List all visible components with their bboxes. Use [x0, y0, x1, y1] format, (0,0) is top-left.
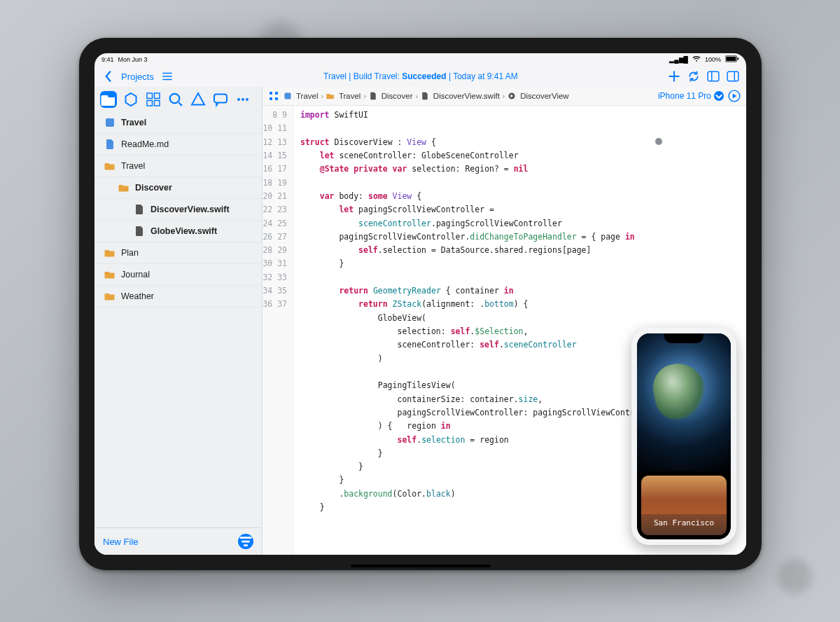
tree-item-label: GlobeView.swift — [150, 226, 217, 236]
toolbar: Projects Travel | Build Travel: Succeede… — [94, 66, 746, 87]
navigator-tabs — [94, 87, 262, 112]
chevron-down-icon — [714, 91, 724, 101]
more-nav-icon[interactable] — [234, 91, 251, 108]
chevron-right-icon: › — [503, 92, 505, 100]
search-nav-icon[interactable] — [167, 91, 184, 108]
tree-item-label: DiscoverView.swift — [150, 205, 230, 214]
svg-rect-19 — [270, 92, 272, 95]
device-label: iPhone 11 Pro — [658, 91, 711, 101]
breadcrumb-segment[interactable]: DiscoverView.swift — [421, 92, 500, 100]
breadcrumb-label: DiscoverView.swift — [433, 92, 500, 100]
tree-item-label: Travel — [121, 161, 145, 171]
tree-item-label: Discover — [135, 183, 172, 193]
folder-icon — [104, 291, 115, 302]
tree-item-journal[interactable]: Journal — [94, 264, 262, 286]
breadcrumb-icon — [421, 92, 429, 100]
file-md-icon — [104, 139, 115, 150]
tree-item-discover[interactable]: Discover — [94, 177, 262, 199]
breadcrumbs[interactable]: Travel›Travel›Discover›DiscoverView.swif… — [284, 92, 654, 100]
breadcrumb-segment[interactable]: Travel — [326, 92, 361, 100]
breadcrumb-segment[interactable]: Discover — [369, 92, 413, 100]
svg-rect-9 — [155, 93, 160, 99]
svg-line-13 — [179, 103, 183, 106]
refresh-icon[interactable] — [687, 70, 700, 83]
breadcrumb-label: Travel — [296, 92, 318, 100]
sidebar-footer: New File — [94, 527, 262, 555]
issues-nav-icon[interactable] — [190, 91, 206, 108]
navigator-sidebar: Travel ReadMe.mdTravelDiscoverDiscoverVi… — [94, 87, 262, 555]
plus-icon[interactable] — [668, 70, 680, 83]
breadcrumb-segment[interactable]: DiscoverView — [507, 92, 568, 100]
svg-rect-20 — [275, 92, 278, 95]
svg-rect-22 — [275, 97, 278, 100]
editor: Travel›Travel›Discover›DiscoverView.swif… — [262, 87, 746, 555]
file-swift-icon — [134, 226, 145, 237]
breadcrumb-icon — [507, 92, 516, 100]
breadcrumb-icon — [284, 92, 292, 100]
breadcrumb-icon — [369, 92, 377, 100]
svg-rect-1 — [726, 57, 736, 61]
folder-icon — [104, 160, 115, 172]
tree-root-label: Travel — [121, 118, 146, 127]
chat-nav-icon[interactable] — [212, 91, 229, 108]
code-area[interactable]: 8 9 10 11 12 13 14 15 16 17 18 19 20 21 … — [262, 106, 746, 555]
folder-icon — [104, 269, 115, 280]
status-time: 9:41 — [102, 56, 114, 63]
tree-item-label: Plan — [121, 248, 139, 258]
svg-rect-23 — [285, 93, 291, 99]
related-items-icon[interactable] — [268, 90, 279, 102]
tree-item-label: ReadMe.md — [121, 139, 169, 149]
svg-rect-4 — [708, 71, 719, 81]
svg-rect-14 — [214, 95, 227, 103]
editor-context-bar: Travel›Travel›Discover›DiscoverView.swif… — [262, 87, 746, 106]
breadcrumb-icon — [326, 92, 335, 100]
grid-nav-icon[interactable] — [145, 91, 162, 108]
breadcrumb-label: DiscoverView — [520, 92, 568, 100]
svg-rect-11 — [155, 101, 160, 106]
device-selector[interactable]: iPhone 11 Pro — [658, 91, 724, 101]
preview-tile[interactable]: San Francisco — [641, 476, 727, 535]
run-button-icon[interactable] — [728, 90, 741, 102]
tree-item-globeview-swift[interactable]: GlobeView.swift — [94, 221, 262, 242]
tree-item-travel[interactable]: Travel — [94, 156, 262, 177]
build-status: Travel | Build Travel: Succeeded | Today… — [323, 71, 518, 81]
list-icon[interactable] — [161, 70, 174, 83]
new-file-button[interactable]: New File — [103, 537, 139, 547]
status-date: Mon Jun 3 — [118, 56, 148, 63]
chevron-right-icon: › — [415, 92, 417, 100]
back-chevron-icon[interactable] — [102, 70, 114, 83]
tree-item-readme-md[interactable]: ReadMe.md — [94, 134, 262, 156]
project-nav-icon[interactable] — [100, 91, 117, 108]
back-label[interactable]: Projects — [121, 71, 154, 82]
status-bar: 9:41 Mon Jun 3 ▂▄▆█ 100% — [94, 53, 746, 66]
svg-rect-8 — [147, 93, 153, 99]
workspace: Travel ReadMe.mdTravelDiscoverDiscoverVi… — [94, 87, 746, 555]
tree-item-plan[interactable]: Plan — [94, 242, 262, 264]
cube-nav-icon[interactable] — [122, 91, 139, 108]
breadcrumb-label: Discover — [382, 92, 413, 100]
panel-left-icon[interactable] — [707, 70, 720, 83]
tree-root[interactable]: Travel — [94, 112, 262, 134]
tree-item-discoverview-swift[interactable]: DiscoverView.swift — [94, 199, 262, 221]
panel-right-icon[interactable] — [727, 70, 739, 83]
app-icon — [104, 117, 115, 128]
preview-tile-label: San Francisco — [654, 517, 714, 530]
svg-rect-2 — [738, 57, 739, 60]
svg-point-16 — [241, 98, 244, 101]
svg-point-12 — [170, 94, 180, 104]
globe-view-preview — [637, 333, 731, 471]
tree-item-weather[interactable]: Weather — [94, 286, 262, 307]
phone-notch — [664, 333, 704, 343]
file-tree[interactable]: Travel ReadMe.mdTravelDiscoverDiscoverVi… — [94, 112, 262, 527]
svg-rect-6 — [727, 71, 738, 81]
filter-icon[interactable] — [238, 534, 253, 549]
battery-icon — [725, 55, 739, 64]
live-preview[interactable]: San Francisco — [631, 328, 736, 545]
battery-pct: 100% — [705, 56, 721, 63]
folder-icon — [104, 247, 115, 258]
cellular-icon: ▂▄▆█ — [669, 56, 688, 63]
svg-rect-21 — [270, 97, 272, 100]
line-gutter: 8 9 10 11 12 13 14 15 16 17 18 19 20 21 … — [262, 106, 293, 555]
breadcrumb-segment[interactable]: Travel — [284, 92, 318, 100]
svg-point-17 — [246, 98, 248, 101]
